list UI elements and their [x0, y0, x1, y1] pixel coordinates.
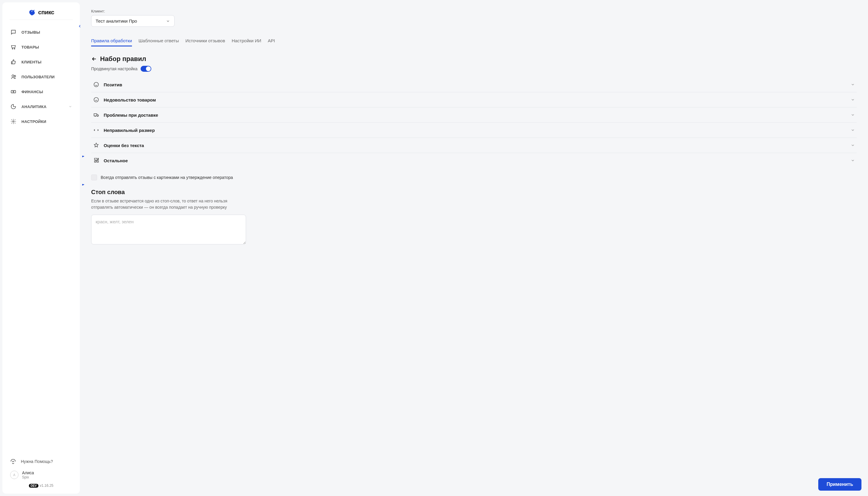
- tab-api[interactable]: API: [268, 36, 275, 46]
- stopwords-input[interactable]: [91, 215, 246, 245]
- chevron-down-icon: [851, 143, 855, 148]
- stopwords-description: Если в отзыве встречается одно из стоп-с…: [91, 198, 246, 211]
- help-text: Нужна Помощь?: [21, 459, 53, 464]
- thumbs-up-icon: [10, 59, 17, 65]
- rule-group-notext[interactable]: Оценки без текста: [91, 138, 857, 153]
- rule-group-other[interactable]: Остальное: [91, 153, 857, 168]
- client-label: Клиент:: [91, 9, 857, 13]
- tab-processing-rules[interactable]: Правила обработки: [91, 36, 132, 46]
- nav-label: ПОЛЬЗОВАТЕЛИ: [21, 75, 55, 79]
- puzzle-icon: [93, 157, 100, 164]
- back-button[interactable]: [91, 56, 97, 62]
- version: DEVv1.16.25: [6, 483, 76, 488]
- nav-item-reviews[interactable]: ОТЗЫВЫ: [6, 25, 76, 39]
- nav-item-settings[interactable]: НАСТРОЙКИ: [6, 114, 76, 128]
- tab-templates[interactable]: Шаблонные ответы: [138, 36, 179, 46]
- tabs: Правила обработки Шаблонные ответы Источ…: [91, 36, 857, 47]
- gear-icon: [10, 118, 17, 125]
- svg-point-5: [94, 98, 98, 102]
- tab-sources[interactable]: Источники отзывов: [185, 36, 225, 46]
- logo: спикс: [6, 8, 76, 16]
- divider: [10, 20, 73, 20]
- nav-item-analytics[interactable]: АНАЛИТИКА: [6, 100, 76, 113]
- sidebar: спикс ОТЗЫВЫ ТОВАРЫ КЛИЕНТЫ ПОЛЬЗОВАТЕЛИ: [2, 2, 80, 494]
- chevron-down-icon: [851, 98, 855, 102]
- svg-point-3: [13, 121, 14, 122]
- pie-icon: [10, 103, 17, 110]
- nav: ОТЗЫВЫ ТОВАРЫ КЛИЕНТЫ ПОЛЬЗОВАТЕЛИ ФИНАН…: [6, 25, 76, 455]
- user-name: Алиса: [22, 470, 34, 475]
- rule-group-delivery[interactable]: Проблемы при доставке: [91, 107, 857, 123]
- delivery-icon: [93, 112, 100, 118]
- chevron-down-icon: [851, 158, 855, 162]
- smile-icon: [93, 81, 100, 88]
- nav-label: ОТЗЫВЫ: [21, 30, 40, 34]
- nav-label: АНАЛИТИКА: [21, 105, 46, 109]
- svg-line-6: [82, 156, 84, 159]
- tab-ai-settings[interactable]: Настройки ИИ: [232, 36, 261, 46]
- always-approve-images-checkbox[interactable]: [91, 174, 97, 181]
- chevron-down-icon: [851, 128, 855, 132]
- nav-item-clients[interactable]: КЛИЕНТЫ: [6, 55, 76, 69]
- nav-label: НАСТРОЙКИ: [21, 119, 46, 124]
- chat-icon: [10, 29, 17, 35]
- svg-point-2: [13, 91, 14, 92]
- nav-item-users[interactable]: ПОЛЬЗОВАТЕЛИ: [6, 70, 76, 84]
- user-org: Spix: [22, 475, 34, 479]
- sad-icon: [93, 96, 100, 103]
- sidebar-collapse-handle[interactable]: [77, 23, 83, 29]
- always-approve-images-label: Всегда отправлять отзывы с картинками на…: [101, 175, 233, 180]
- money-icon: [10, 89, 17, 95]
- stopwords-section: Стоп слова Если в отзыве встречается одн…: [91, 189, 246, 245]
- arrow-left-icon: [91, 56, 97, 62]
- brand-icon: [28, 8, 36, 16]
- svg-rect-1: [11, 91, 16, 93]
- always-approve-images-row: Всегда отправлять отзывы с картинками на…: [91, 174, 857, 181]
- svg-point-0: [32, 11, 32, 12]
- avatar: A: [10, 471, 18, 479]
- svg-point-4: [94, 82, 98, 87]
- nav-item-finance[interactable]: ФИНАНСЫ: [6, 85, 76, 98]
- advanced-label: Продвинутая настройка: [91, 66, 138, 71]
- svg-line-7: [82, 185, 84, 188]
- nav-label: ТОВАРЫ: [21, 45, 39, 49]
- help-link[interactable]: Нужна Помощь?: [6, 455, 76, 467]
- chevron-down-icon: [851, 82, 855, 87]
- client-select[interactable]: Тест аналитики Про: [91, 15, 174, 27]
- user-chip[interactable]: A Алиса Spix: [6, 467, 76, 482]
- brand-text: спикс: [38, 9, 54, 16]
- apply-button[interactable]: Применить: [818, 478, 862, 491]
- ruleset-title: Набор правил: [100, 55, 146, 63]
- chevron-left-icon: [78, 25, 81, 28]
- chevron-down-icon: [851, 113, 855, 117]
- client-selected: Тест аналитики Про: [96, 18, 137, 24]
- stopwords-title: Стоп слова: [91, 189, 246, 196]
- cart-icon: [10, 44, 17, 50]
- star-icon: [93, 142, 100, 149]
- advanced-toggle[interactable]: [141, 66, 151, 72]
- rule-group-dissatisfaction[interactable]: Недовольство товаром: [91, 92, 857, 107]
- help-icon: [10, 459, 16, 464]
- nav-item-products[interactable]: ТОВАРЫ: [6, 40, 76, 54]
- rule-group-size[interactable]: Неправильный размер: [91, 123, 857, 138]
- resize-icon: [93, 127, 100, 134]
- env-badge: DEV: [29, 484, 39, 488]
- chevron-down-icon: [166, 19, 170, 23]
- nav-label: КЛИЕНТЫ: [21, 60, 41, 64]
- nav-label: ФИНАНСЫ: [21, 90, 43, 94]
- rule-groups: Позитив Недовольство товаром Проблемы пр…: [91, 77, 857, 168]
- main: Клиент: Тест аналитики Про Правила обраб…: [82, 2, 866, 494]
- rule-group-positive[interactable]: Позитив: [91, 77, 857, 92]
- users-icon: [10, 74, 17, 80]
- chevron-down-icon: [68, 105, 72, 108]
